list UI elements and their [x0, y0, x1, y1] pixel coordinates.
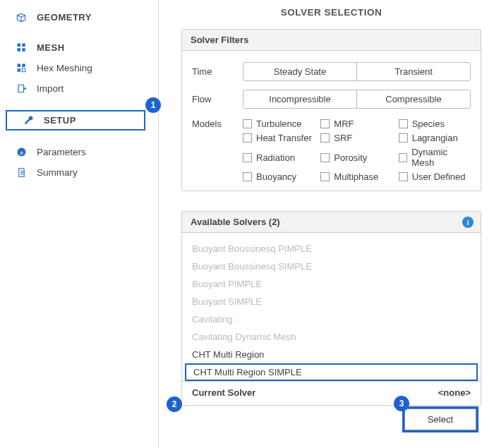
flow-compressible[interactable]: Compressible: [357, 90, 470, 108]
checkbox-box: [320, 153, 330, 162]
callout-3: 3: [394, 396, 409, 411]
current-solver-row: Current Solver <none>: [182, 381, 481, 405]
sidebar-label: Parameters: [37, 147, 86, 157]
svg-text:a: a: [20, 150, 23, 156]
sidebar: GEOMETRY MESH Hex Meshing Import: [0, 0, 159, 448]
available-solvers-panel: Available Solvers (2) i Buoyant Boussine…: [181, 211, 481, 406]
model-label: SRF: [334, 133, 352, 143]
available-solvers-title: Available Solvers (2): [191, 217, 280, 227]
sidebar-label: Hex Meshing: [37, 63, 92, 73]
solver-list: Buoyant Boussinesq PIMPLEBuoyant Boussin…: [182, 233, 481, 381]
cube-icon: [14, 11, 28, 25]
flow-filter-row: Flow Incompressible Compressible: [192, 85, 471, 113]
model-checkbox[interactable]: User Defined: [399, 171, 471, 182]
models-label: Models: [192, 119, 243, 129]
solver-item[interactable]: CHT Multi Region SIMPLE: [185, 363, 478, 381]
available-solvers-head: Available Solvers (2) i: [182, 212, 481, 233]
model-label: User Defined: [412, 171, 466, 182]
svg-rect-3: [22, 48, 25, 52]
info-icon[interactable]: i: [462, 217, 474, 228]
checkbox-box: [243, 153, 252, 162]
checkbox-box: [243, 172, 252, 181]
model-checkbox[interactable]: Turbulence: [243, 119, 315, 129]
sidebar-item-setup[interactable]: SETUP: [6, 110, 145, 131]
model-label: Lagrangian: [412, 133, 458, 143]
current-solver-value: <none>: [438, 387, 471, 398]
model-checkbox[interactable]: Dynamic Mesh: [399, 147, 471, 168]
model-checkbox[interactable]: SRF: [320, 133, 392, 143]
checkbox-box: [399, 172, 408, 181]
svg-rect-4: [17, 64, 20, 68]
solver-item: Buoyant Boussinesq SIMPLE: [182, 258, 481, 275]
solver-item: Buoyant PIMPLE: [182, 275, 481, 293]
sidebar-item-summary[interactable]: Summary: [0, 162, 158, 183]
select-button-frame: Select: [402, 406, 478, 432]
flow-segmented: Incompressible Compressible: [243, 90, 471, 109]
model-checkbox[interactable]: Heat Transfer: [243, 133, 315, 143]
wrench-icon: [21, 114, 35, 128]
document-icon: [14, 166, 28, 180]
model-label: Buoyancy: [256, 171, 296, 182]
solver-item: Buoyant Boussinesq PIMPLE: [182, 240, 481, 258]
model-label: Porosity: [334, 152, 367, 163]
time-segmented: Steady State Transient: [243, 62, 471, 81]
flow-label: Flow: [192, 94, 243, 104]
grid-icon: [14, 41, 28, 55]
time-filter-row: Time Steady State Transient: [192, 58, 471, 85]
checkbox-box: [399, 133, 408, 143]
model-checkbox[interactable]: Porosity: [320, 147, 392, 168]
checkbox-box: [399, 119, 408, 128]
time-label: Time: [192, 66, 243, 77]
sidebar-item-hex-meshing[interactable]: Hex Meshing: [0, 58, 158, 78]
model-checkbox[interactable]: Multiphase: [320, 171, 392, 182]
callout-2: 2: [167, 396, 182, 412]
model-label: Species: [412, 119, 445, 129]
model-checkbox[interactable]: Buoyancy: [243, 171, 315, 182]
models-grid: TurbulenceMRFSpeciesHeat TransferSRFLagr…: [243, 119, 471, 182]
model-label: Dynamic Mesh: [411, 147, 471, 168]
sidebar-item-geometry[interactable]: GEOMETRY: [0, 7, 158, 28]
solver-item: Buoyant SIMPLE: [182, 293, 481, 310]
current-solver-label: Current Solver: [192, 387, 255, 398]
solver-filters-head: Solver Filters: [182, 30, 481, 51]
checkbox-box: [243, 119, 252, 128]
model-label: Multiphase: [334, 171, 378, 182]
model-checkbox[interactable]: MRF: [320, 119, 392, 129]
solver-filters-panel: Solver Filters Time Steady State Transie…: [181, 29, 481, 191]
time-transient[interactable]: Transient: [357, 63, 470, 80]
select-button[interactable]: Select: [404, 408, 476, 430]
page-title: SOLVER SELECTION: [181, 0, 481, 29]
callout-1: 1: [145, 97, 161, 113]
sidebar-item-mesh[interactable]: MESH: [0, 37, 158, 58]
svg-rect-5: [22, 64, 25, 68]
models-row: Models TurbulenceMRFSpeciesHeat Transfer…: [192, 113, 471, 182]
checkbox-box: [320, 119, 330, 128]
time-steady-state[interactable]: Steady State: [243, 63, 357, 80]
solver-item[interactable]: CHT Multi Region: [182, 346, 481, 363]
parameters-icon: a: [14, 145, 28, 159]
flow-incompressible[interactable]: Incompressible: [243, 90, 357, 108]
svg-rect-2: [17, 48, 20, 52]
main-panel: SOLVER SELECTION Solver Filters Time Ste…: [159, 0, 494, 448]
solver-item: Cavitating: [182, 310, 481, 328]
svg-rect-7: [22, 68, 25, 72]
model-checkbox[interactable]: Lagrangian: [399, 133, 471, 143]
svg-rect-0: [17, 44, 20, 47]
model-label: Heat Transfer: [256, 133, 312, 143]
checkbox-box: [399, 153, 408, 162]
model-checkbox[interactable]: Radiation: [243, 147, 315, 168]
checkbox-box: [320, 172, 330, 181]
checkbox-box: [243, 133, 252, 143]
checkbox-box: [320, 133, 330, 143]
sidebar-item-parameters[interactable]: a Parameters: [0, 142, 158, 162]
hex-icon: [14, 61, 28, 75]
import-icon: [14, 82, 28, 96]
sidebar-label: Import: [37, 83, 64, 94]
sidebar-item-import[interactable]: Import: [0, 78, 158, 99]
model-checkbox[interactable]: Species: [399, 119, 471, 129]
model-label: Turbulence: [256, 119, 302, 129]
sidebar-label: GEOMETRY: [37, 12, 92, 23]
solver-item: Cavitating Dynamic Mesh: [182, 328, 481, 346]
sidebar-label: Summary: [37, 167, 78, 178]
model-label: Radiation: [256, 152, 295, 163]
